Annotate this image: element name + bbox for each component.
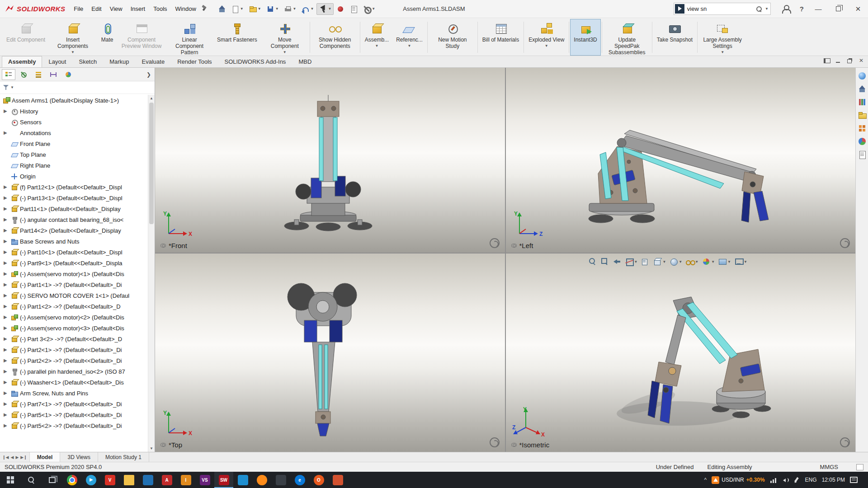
- close-button[interactable]: ✕: [848, 0, 868, 18]
- tree-item[interactable]: ▶ (-) Part5<2> ->? (Default<<Default>_Di: [0, 420, 147, 431]
- tree-item[interactable]: ▶ (-) Part13<1> (Default<<Default>_Displ: [0, 192, 147, 203]
- tree-item[interactable]: ▶ Part14<2> (Default<<Default>_Display: [0, 225, 147, 236]
- panel-expand-chevron-icon[interactable]: ❯: [145, 71, 153, 78]
- expand-arrow-icon[interactable]: ▶: [4, 130, 8, 135]
- tree-item[interactable]: ▶ Origin: [0, 171, 147, 182]
- view-orientation-icon[interactable]: ▼: [652, 256, 667, 267]
- expand-arrow-icon[interactable]: ▶: [4, 239, 8, 244]
- tree-item[interactable]: ▶ (-) Part1<1> ->? (Default<<Default>_Di: [0, 279, 147, 290]
- expand-arrow-icon[interactable]: ▶: [4, 184, 8, 189]
- filter-funnel-icon[interactable]: [3, 84, 9, 90]
- scroll-down-icon[interactable]: ▼: [148, 445, 155, 452]
- command-tab[interactable]: MBD: [292, 56, 318, 67]
- task-view-button[interactable]: [42, 472, 62, 488]
- expand-arrow-icon[interactable]: ▶: [4, 304, 8, 309]
- tree-root-item[interactable]: Assem Arms1 (Default<Display State-1>): [0, 95, 147, 106]
- ribbon-button[interactable]: Bill of Materials ▼: [479, 19, 523, 56]
- menu-item[interactable]: Tools: [149, 3, 171, 14]
- network-icon[interactable]: [770, 477, 777, 483]
- scroll-up-icon[interactable]: ▲: [148, 95, 155, 102]
- expand-arrow-icon[interactable]: ▶: [4, 369, 8, 374]
- display-style-icon[interactable]: ▼: [668, 256, 683, 267]
- tree-item[interactable]: ▶ Arm Screw, Nuts and Pins: [0, 388, 147, 399]
- expand-arrow-icon[interactable]: ▶: [4, 108, 8, 113]
- ribbon-button[interactable]: Update SpeedPak Subassemblies ▼: [603, 19, 651, 56]
- tree-item[interactable]: ▶ (f) Part12<1> (Default<<Default>_Displ: [0, 182, 147, 192]
- ribbon-button[interactable]: Show Hidden Components ▼: [311, 19, 359, 56]
- tree-scrollbar[interactable]: ▲ ▼: [148, 95, 155, 452]
- taskbar-search-button[interactable]: [21, 472, 42, 488]
- pane-split-icon[interactable]: [824, 58, 829, 63]
- command-tab[interactable]: Markup: [103, 56, 135, 67]
- reorient-view-button[interactable]: [490, 238, 500, 248]
- select-arrow-icon[interactable]: ▼: [316, 3, 334, 15]
- expand-arrow-icon[interactable]: ▶: [4, 358, 8, 363]
- ribbon-button[interactable]: Mate ▼: [97, 19, 118, 56]
- command-tab[interactable]: Layout: [42, 56, 72, 67]
- tree-item[interactable]: ▶ (-) Part1<2> ->? (Default<<Default>_D: [0, 301, 147, 312]
- apply-scene-icon[interactable]: ▼: [717, 256, 732, 267]
- tree-item[interactable]: ▶ (-) Part9<1> (Default<<Default>_Displa: [0, 258, 147, 268]
- minimize-button[interactable]: —: [808, 0, 828, 18]
- viewport-front[interactable]: Y X *Front: [155, 68, 505, 253]
- displaymanager-tab[interactable]: [61, 69, 75, 80]
- expand-arrow-icon[interactable]: ▶: [4, 380, 8, 385]
- reorient-view-button[interactable]: [840, 238, 850, 248]
- menu-item[interactable]: View: [106, 3, 127, 14]
- search-commands-icon[interactable]: [675, 4, 684, 14]
- dynamic-annotation-views-icon[interactable]: ▼: [640, 256, 651, 267]
- ribbon-button[interactable]: Assemb... ▼: [361, 19, 392, 56]
- tree-item[interactable]: ▶ Annotations: [0, 127, 147, 138]
- viewport-isometric[interactable]: ▼ ▼ ▼ ▼ ▼ ▼: [506, 253, 856, 452]
- clock[interactable]: 12:05 PM: [822, 477, 845, 483]
- print-icon[interactable]: ▼: [282, 3, 299, 15]
- ribbon-button[interactable]: Exploded View ▼: [525, 19, 568, 56]
- zoom-to-area-icon[interactable]: ▼: [599, 256, 610, 267]
- start-button[interactable]: [0, 472, 21, 488]
- configurationmanager-tab[interactable]: [32, 69, 45, 80]
- view-settings-icon[interactable]: ▼: [733, 256, 748, 267]
- undo-icon[interactable]: ▼: [299, 3, 316, 15]
- viewport-left[interactable]: Y Z *Left: [506, 68, 856, 253]
- featuremanager-tree-tab[interactable]: [2, 69, 15, 80]
- expand-arrow-icon[interactable]: ▶: [4, 217, 8, 222]
- reorient-view-button[interactable]: [840, 437, 850, 447]
- reorient-view-button[interactable]: [490, 437, 500, 447]
- search-icon[interactable]: [756, 6, 762, 12]
- open-icon[interactable]: ▼: [246, 3, 264, 15]
- menu-item[interactable]: Edit: [87, 3, 105, 14]
- scrollbar-thumb[interactable]: [149, 103, 154, 224]
- ribbon-button[interactable]: Referenc... ▼: [392, 19, 426, 56]
- expand-arrow-icon[interactable]: ▶: [4, 195, 8, 200]
- units-label[interactable]: MMGS: [820, 464, 838, 470]
- command-tab[interactable]: Render Tools: [171, 56, 218, 67]
- status-tag-icon[interactable]: [856, 464, 863, 470]
- expand-arrow-icon[interactable]: ▶: [4, 412, 8, 417]
- edit-appearance-icon[interactable]: ▼: [701, 256, 716, 267]
- file-explorer-icon[interactable]: [858, 111, 867, 120]
- tree-item[interactable]: ▶ Sensors: [0, 117, 147, 127]
- propertymanager-tab[interactable]: [17, 69, 30, 80]
- doc-minimize-icon[interactable]: [835, 58, 841, 63]
- search-input[interactable]: view sn: [687, 5, 754, 12]
- search-box[interactable]: view sn ▼: [674, 3, 771, 15]
- menu-item[interactable]: Insert: [127, 3, 150, 14]
- expand-arrow-icon[interactable]: ▶: [4, 325, 8, 330]
- expand-arrow-icon[interactable]: ▶: [4, 423, 8, 428]
- command-tab[interactable]: Evaluate: [136, 56, 171, 67]
- expand-arrow-icon[interactable]: ▶: [4, 206, 8, 211]
- previous-view-icon[interactable]: ▼: [612, 256, 623, 267]
- document-tab[interactable]: 3D Views: [60, 452, 98, 462]
- tree-item[interactable]: ▶ (-) Waasher<1> (Default<<Default>_Dis: [0, 377, 147, 388]
- command-tab[interactable]: Sketch: [72, 56, 103, 67]
- home-icon[interactable]: [858, 84, 867, 94]
- restore-button[interactable]: [828, 0, 848, 18]
- tree-item[interactable]: ▶ Front Plane: [0, 138, 147, 149]
- section-view-icon[interactable]: ▼: [624, 256, 639, 267]
- zoom-to-fit-icon[interactable]: ▼: [587, 256, 598, 267]
- expand-arrow-icon[interactable]: ▶: [4, 228, 8, 233]
- tree-item[interactable]: ▶ (-) Part2<2> ->? (Default<<Default>_Di: [0, 355, 147, 366]
- pen-icon[interactable]: [793, 477, 800, 483]
- ribbon-button[interactable]: Linear Component Pattern ▼: [165, 19, 213, 56]
- tree-item[interactable]: ▶ (-) Part 3<2> ->? (Default<<Default>_D: [0, 333, 147, 344]
